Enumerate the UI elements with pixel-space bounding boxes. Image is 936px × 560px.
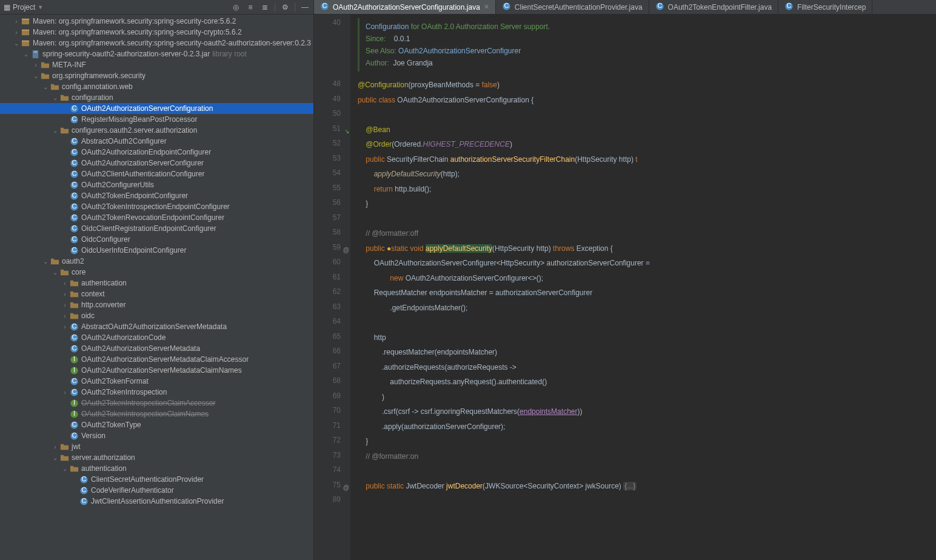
expand-toggle[interactable]: ›	[61, 313, 69, 319]
tree-node[interactable]: ⌄configuration	[0, 92, 313, 103]
tree-node[interactable]: ⌄core	[0, 267, 313, 278]
code-line[interactable]: .authorizeRequests(authorizeRequests ->	[358, 360, 936, 375]
code-line[interactable]: }	[358, 196, 936, 212]
editor-tab[interactable]: CClientSecretAuthenticationProvider.java	[496, 0, 649, 14]
tree-node[interactable]: ⌄org.springframework.security	[0, 70, 313, 81]
tree-node[interactable]: ⌄Maven: org.springframework.security:spr…	[0, 38, 313, 48]
code-line[interactable]: public class OAuth2AuthorizationServerCo…	[358, 93, 936, 108]
code-editor[interactable]: 4048495051↘5253545556575859@606162636465…	[314, 15, 936, 560]
tree-node[interactable]: ⌄server.authorization	[0, 452, 313, 463]
code-body[interactable]: @Configuration(proxyBeanMethods = false)…	[350, 75, 936, 511]
tree-node[interactable]: CCodeVerifierAuthenticator	[0, 485, 313, 496]
tree-node[interactable]: CClientSecretAuthenticationProvider	[0, 474, 313, 485]
code-line[interactable]: // @formatter:off	[358, 226, 936, 241]
tree-node[interactable]: ⌄spring-security-oauth2-authorization-se…	[0, 48, 313, 59]
doc-seealso-link[interactable]: OAuth2AuthorizationServerConfigurer	[398, 47, 521, 55]
tree-node[interactable]: COAuth2TokenFormat	[0, 376, 313, 387]
locate-icon[interactable]: ◎	[231, 2, 241, 12]
tree-node[interactable]: COAuth2TokenType	[0, 419, 313, 430]
code-line[interactable]: @Configuration(proxyBeanMethods = false)	[358, 78, 936, 93]
tree-node[interactable]: IOAuth2TokenIntrospectionClaimNames	[0, 408, 313, 419]
code-line[interactable]: @Order(Ordered.HIGHEST_PRECEDENCE)	[358, 137, 936, 152]
expand-toggle[interactable]: ›	[12, 18, 21, 25]
expand-toggle[interactable]: ›	[51, 444, 59, 450]
tree-node[interactable]: COAuth2TokenRevocationEndpointConfigurer	[0, 212, 313, 223]
expand-toggle[interactable]: ›	[12, 29, 21, 36]
code-line[interactable]: authorizeRequests.anyRequest().authentic…	[358, 375, 936, 390]
code-line[interactable]	[358, 464, 936, 479]
code-line[interactable]: public ●static void applyDefaultSecurity…	[358, 241, 936, 256]
tree-node[interactable]: IOAuth2AuthorizationServerMetadataClaimA…	[0, 354, 313, 365]
expand-toggle[interactable]: ›	[61, 302, 69, 308]
tree-node[interactable]: COAuth2TokenEndpointConfigurer	[0, 190, 313, 201]
expand-toggle[interactable]: ⌄	[51, 269, 59, 276]
code-line[interactable]	[358, 107, 936, 122]
code-line[interactable]: .requestMatcher(endpointsMatcher)	[358, 345, 936, 360]
code-line[interactable]: new OAuth2AuthorizationServerConfigurer<…	[358, 271, 936, 286]
expand-toggle[interactable]: ›	[32, 62, 40, 68]
tree-node[interactable]: ›jwt	[0, 441, 313, 452]
tree-node[interactable]: ›Maven: org.springframework.security:spr…	[0, 27, 313, 38]
doc-link[interactable]: Configuration	[366, 22, 409, 31]
hide-icon[interactable]: —	[300, 2, 310, 12]
code-line[interactable]: .csrf(csrf -> csrf.ignoringRequestMatche…	[358, 404, 936, 419]
expand-toggle[interactable]: ›	[61, 280, 69, 287]
close-icon[interactable]: ✕	[484, 3, 489, 11]
editor-tab[interactable]: CFilterSecurityIntercep	[778, 0, 872, 14]
tree-node[interactable]: COAuth2AuthorizationCode	[0, 332, 313, 343]
tree-node[interactable]: ›Maven: org.springframework.security:spr…	[0, 16, 313, 27]
expand-toggle[interactable]: ⌄	[12, 40, 21, 47]
code-line[interactable]: // @formatter:on	[358, 449, 936, 464]
tree-node[interactable]: COidcClientRegistrationEndpointConfigure…	[0, 223, 313, 234]
tree-node[interactable]: COAuth2AuthorizationServerConfiguration	[0, 103, 313, 114]
collapse-all-icon[interactable]: ≣	[260, 2, 270, 12]
tree-node[interactable]: ›META-INF	[0, 59, 313, 70]
expand-toggle[interactable]: ⌄	[61, 465, 69, 472]
expand-toggle[interactable]: ⌄	[51, 95, 59, 101]
code-line[interactable]: .apply(authorizationServerConfigurer);	[358, 419, 936, 435]
expand-toggle[interactable]: ⌄	[22, 51, 30, 58]
tree-node[interactable]: ›CAbstractOAuth2AuthorizationServerMetad…	[0, 321, 313, 332]
code-line[interactable]: http	[358, 330, 936, 345]
expand-toggle[interactable]: ⌄	[32, 73, 40, 79]
editor-tab[interactable]: COAuth2AuthorizationServerConfiguration.…	[314, 0, 496, 14]
tree-node[interactable]: ⌄config.annotation.web	[0, 81, 313, 92]
code-line[interactable]: public static JwtDecoder jwtDecoder(JWKS…	[358, 479, 936, 494]
tree-node[interactable]: ⌄oauth2	[0, 256, 313, 267]
expand-toggle[interactable]: ⌄	[51, 455, 59, 461]
tree-node[interactable]: COAuth2TokenIntrospectionEndpointConfigu…	[0, 201, 313, 212]
expand-all-icon[interactable]: ≡	[246, 2, 255, 12]
code-line[interactable]	[358, 493, 936, 508]
expand-toggle[interactable]: ›	[61, 389, 69, 396]
tree-node[interactable]: ›http.converter	[0, 299, 313, 310]
gear-icon[interactable]: ⚙	[280, 2, 290, 12]
code-line[interactable]: public SecurityFilterChain authorization…	[358, 152, 936, 167]
tree-node[interactable]: CAbstractOAuth2Configurer	[0, 136, 313, 147]
expand-toggle[interactable]: ›	[61, 324, 69, 330]
tree-node[interactable]: ›COAuth2TokenIntrospection	[0, 387, 313, 398]
expand-toggle[interactable]: ›	[61, 291, 69, 298]
code-line[interactable]: RequestMatcher endpointsMatcher = author…	[358, 285, 936, 301]
tree-node[interactable]: ›oidc	[0, 310, 313, 321]
code-line[interactable]	[358, 212, 936, 227]
editor-tab[interactable]: COAuth2TokenEndpointFilter.java	[649, 0, 778, 14]
tree-node[interactable]: COAuth2ConfigurerUtils	[0, 179, 313, 190]
code-line[interactable]: )	[358, 390, 936, 405]
tree-node[interactable]: IOAuth2AuthorizationServerMetadataClaimN…	[0, 365, 313, 376]
tree-node[interactable]: CJwtClientAssertionAuthenticationProvide…	[0, 496, 313, 507]
tree-node[interactable]: COidcConfigurer	[0, 234, 313, 245]
expand-toggle[interactable]: ⌄	[51, 127, 59, 134]
expand-toggle[interactable]: ⌄	[41, 84, 50, 90]
tree-node[interactable]: COAuth2AuthorizationServerConfigurer	[0, 158, 313, 168]
tree-node[interactable]: COAuth2AuthorizationEndpointConfigurer	[0, 147, 313, 158]
tree-node[interactable]: CVersion	[0, 430, 313, 441]
code-line[interactable]: }	[358, 434, 936, 449]
tree-node[interactable]: ›authentication	[0, 278, 313, 288]
tree-node[interactable]: COAuth2AuthorizationServerMetadata	[0, 343, 313, 354]
code-line[interactable]: return http.build();	[358, 182, 936, 197]
tree-node[interactable]: CRegisterMissingBeanPostProcessor	[0, 114, 313, 125]
code-line[interactable]: @Bean	[358, 122, 936, 138]
code-line[interactable]: applyDefaultSecurity(http);	[358, 167, 936, 182]
sidebar-title[interactable]: ▦ Project ▼	[4, 3, 43, 12]
tree-node[interactable]: COAuth2ClientAuthenticationConfigurer	[0, 168, 313, 179]
